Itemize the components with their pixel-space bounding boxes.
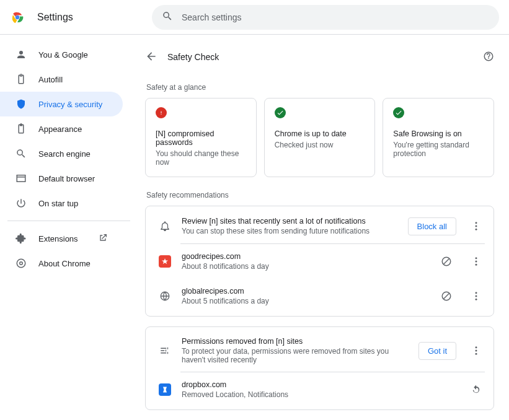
rec-title: Permissions removed from [n] sites	[182, 337, 409, 346]
sidebar-item-label: Appearance	[38, 125, 82, 134]
sidebar-separator	[7, 221, 130, 221]
svg-point-11	[476, 261, 477, 263]
power-icon	[15, 198, 27, 209]
bell-icon	[158, 221, 172, 232]
check-icon	[393, 107, 404, 118]
sidebar-item-default-browser[interactable]: Default browser	[0, 166, 123, 191]
svg-point-17	[476, 295, 477, 297]
search-input[interactable]	[180, 12, 489, 23]
main-content: Safety Check Safety at a glance [N] comp…	[130, 35, 509, 420]
site-desc: Removed Location, Notifications	[182, 390, 456, 399]
site-icon	[158, 383, 172, 396]
browser-icon	[15, 173, 27, 184]
search-settings[interactable]	[152, 5, 499, 30]
chrome-outline-icon	[15, 258, 27, 269]
got-it-button[interactable]: Got it	[418, 342, 456, 360]
svg-point-10	[476, 257, 477, 259]
rec-desc: You can stop these sites from sending fu…	[182, 227, 398, 235]
sidebar-item-appearance[interactable]: Appearance	[0, 116, 123, 141]
shield-icon	[15, 98, 27, 110]
sidebar-item-about-chrome[interactable]: About Chrome	[0, 251, 123, 276]
svg-point-19	[476, 346, 477, 348]
glance-heading: Safety at a glance	[146, 83, 494, 92]
sidebar-item-label: Default browser	[38, 174, 95, 183]
back-button[interactable]	[145, 50, 157, 64]
rec-desc: To protect your data, permissions were r…	[182, 347, 409, 364]
sidebar-item-label: Search engine	[38, 149, 91, 159]
sidebar-item-on-startup[interactable]: On star tup	[0, 191, 123, 216]
sidebar-item-label: You & Google	[38, 50, 88, 59]
sidebar-item-label: About Chrome	[38, 259, 91, 268]
site-domain: dropbox.com	[182, 380, 456, 389]
glance-card-desc: You're getting standard protection	[393, 141, 484, 158]
rec-title: Review [n] sites that recently sent a lo…	[182, 217, 398, 225]
more-menu-button[interactable]	[466, 286, 486, 306]
sidebar-item-extensions[interactable]: Extensions	[0, 226, 123, 251]
site-desc: About 8 notifications a day	[182, 262, 427, 271]
sidebar-item-privacy-security[interactable]: Privacy & security	[0, 92, 123, 116]
glance-card-updates[interactable]: Chrome is up to date Checked just now	[264, 98, 376, 177]
rec-card-notifications: Review [n] sites that recently sent a lo…	[145, 206, 494, 317]
svg-point-6	[476, 225, 477, 227]
glance-card-passwords[interactable]: [N] compromised passwords You should cha…	[145, 98, 257, 177]
sidebar-item-label: Privacy & security	[38, 100, 102, 109]
check-icon	[275, 107, 286, 118]
svg-line-9	[444, 259, 449, 265]
site-icon	[158, 255, 172, 268]
more-menu-button[interactable]	[466, 252, 486, 271]
globe-icon	[158, 291, 172, 302]
svg-line-15	[444, 294, 449, 299]
block-site-button[interactable]	[436, 252, 456, 271]
chrome-logo-icon	[10, 10, 25, 25]
site-desc: About 5 notifications a day	[182, 297, 427, 305]
rec-card-permissions: Permissions removed from [n] sites To pr…	[145, 326, 494, 410]
svg-point-2	[15, 15, 19, 19]
svg-point-5	[476, 222, 477, 224]
sidebar-item-autofill[interactable]: Autofill	[0, 67, 123, 92]
search-icon	[15, 148, 27, 159]
undo-button[interactable]	[466, 380, 486, 400]
more-menu-button[interactable]	[466, 216, 486, 236]
extension-icon	[15, 233, 27, 244]
svg-point-21	[476, 353, 477, 355]
recommendations-heading: Safety recommendations	[146, 191, 494, 199]
site-domain: goodrecipes.com	[182, 252, 427, 261]
open-external-icon	[98, 233, 108, 245]
search-icon	[162, 11, 173, 24]
glance-card-title: Chrome is up to date	[275, 129, 365, 138]
person-icon	[15, 49, 27, 60]
svg-point-4	[20, 262, 23, 265]
sidebar: You & Google Autofill Privacy & security…	[0, 35, 130, 420]
site-domain: globalrecipes.com	[182, 287, 427, 295]
block-all-button[interactable]: Block all	[408, 217, 456, 235]
sidebar-item-you-and-google[interactable]: You & Google	[0, 42, 123, 67]
glance-card-desc: Checked just now	[275, 141, 365, 149]
sidebar-item-search-engine[interactable]: Search engine	[0, 141, 123, 166]
sidebar-item-label: On star tup	[38, 199, 78, 208]
sidebar-item-label: Autofill	[38, 75, 63, 84]
glance-card-title: Safe Browsing is on	[393, 129, 484, 138]
tune-icon	[158, 345, 172, 356]
help-button[interactable]	[483, 51, 494, 64]
svg-point-16	[476, 292, 477, 294]
sidebar-item-label: Extensions	[38, 234, 78, 243]
svg-point-12	[476, 264, 477, 266]
glance-card-title: [N] compromised passwords	[156, 129, 246, 147]
clipboard-icon	[15, 123, 27, 134]
block-site-button[interactable]	[436, 286, 456, 306]
svg-point-7	[476, 229, 477, 230]
more-menu-button[interactable]	[466, 341, 486, 361]
app-title: Settings	[37, 12, 73, 23]
svg-point-20	[476, 350, 477, 352]
svg-point-18	[476, 299, 477, 300]
glance-card-desc: You should change these now	[156, 149, 246, 167]
clipboard-icon	[15, 74, 27, 85]
glance-card-safe-browsing[interactable]: Safe Browsing is on You're getting stand…	[383, 98, 494, 177]
svg-point-3	[17, 259, 25, 268]
page-title: Safety Check	[167, 52, 219, 62]
warning-icon	[156, 107, 167, 118]
